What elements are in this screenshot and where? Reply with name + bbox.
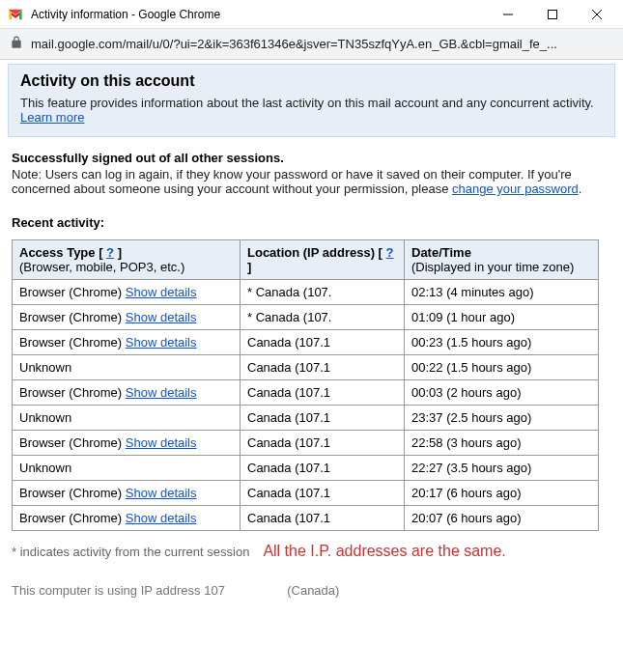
col-datetime-subheader: (Displayed in your time zone) [411,260,574,274]
datetime-cell: 02:13 (4 minutes ago) [405,280,599,305]
access-type-cell: Unknown [13,406,241,431]
access-help-link[interactable]: ? [106,245,114,260]
datetime-cell: 20:17 (6 hours ago) [405,481,599,506]
location-cell: Canada (107.1 [241,380,405,406]
access-type-cell: Browser (Chrome) Show details [13,305,241,330]
table-row: Browser (Chrome) Show details* Canada (1… [13,280,599,305]
show-details-link[interactable]: Show details [126,285,197,299]
table-row: Browser (Chrome) Show detailsCanada (107… [13,380,599,406]
access-type-cell: Browser (Chrome) Show details [13,280,241,305]
address-url[interactable]: mail.google.com/mail/u/0/?ui=2&ik=363f61… [31,37,557,51]
show-details-link[interactable]: Show details [126,511,197,525]
table-row: Browser (Chrome) Show detailsCanada (107… [13,481,599,506]
learn-more-link[interactable]: Learn more [20,110,84,125]
table-row: Browser (Chrome) Show detailsCanada (107… [13,506,599,531]
change-password-link[interactable]: change your password [452,182,579,196]
location-cell: Canada (107.1 [241,406,405,431]
table-row: Browser (Chrome) Show detailsCanada (107… [13,330,599,355]
access-type-cell: Browser (Chrome) Show details [13,506,241,531]
show-details-link[interactable]: Show details [126,310,197,324]
col-access-header: Access Type [19,245,96,260]
location-cell: Canada (107.1 [241,481,405,506]
access-type-text: Unknown [19,410,71,425]
access-type-cell: Unknown [13,456,241,481]
access-type-text: Browser (Chrome) [19,285,126,299]
access-type-text: Browser (Chrome) [19,385,126,400]
svg-rect-1 [549,10,557,18]
location-cell: Canada (107.1 [241,506,405,531]
show-details-link[interactable]: Show details [126,335,197,350]
header-description: This feature provides information about … [20,96,594,110]
table-row: Unknown Canada (107.100:22 (1.5 hours ag… [13,355,599,380]
location-help-link[interactable]: ? [386,245,394,260]
access-type-text: Browser (Chrome) [19,486,126,500]
activity-table: Access Type [ ? ] (Browser, mobile, POP3… [12,239,599,531]
user-annotation: All the I.P. addresses are the same. [263,543,505,560]
show-details-link[interactable]: Show details [126,486,197,500]
maximize-button[interactable] [538,4,567,25]
ip-line-suffix: (Canada) [287,583,339,598]
page-title: Activity on this account [20,72,603,90]
gmail-icon [8,7,23,22]
table-row: Unknown Canada (107.123:37 (2.5 hours ag… [13,406,599,431]
show-details-link[interactable]: Show details [126,385,197,400]
access-type-cell: Browser (Chrome) Show details [13,330,241,355]
datetime-cell: 23:37 (2.5 hours ago) [405,406,599,431]
ip-redacted: .xxx.xxx [229,583,273,598]
col-access-subheader: (Browser, mobile, POP3, etc.) [19,260,184,274]
window-title: Activity information - Google Chrome [31,8,494,21]
datetime-cell: 00:23 (1.5 hours ago) [405,330,599,355]
table-row: Browser (Chrome) Show detailsCanada (107… [13,431,599,456]
datetime-cell: 22:58 (3 hours ago) [405,431,599,456]
access-type-text: Unknown [19,360,71,375]
access-type-text: Browser (Chrome) [19,511,126,525]
access-type-cell: Browser (Chrome) Show details [13,380,241,406]
col-location-header: Location (IP address) [247,245,375,260]
location-cell: Canada (107.1 [241,431,405,456]
col-datetime-header: Date/Time [411,245,471,260]
datetime-cell: 22:27 (3.5 hours ago) [405,456,599,481]
access-type-cell: Browser (Chrome) Show details [13,431,241,456]
https-lock-icon [10,36,23,52]
access-type-text: Browser (Chrome) [19,310,126,324]
location-cell: * Canada (107. [241,280,405,305]
minimize-button[interactable] [494,4,523,25]
access-type-cell: Unknown [13,355,241,380]
location-cell: Canada (107.1 [241,355,405,380]
access-type-text: Browser (Chrome) [19,435,126,450]
signout-note-suffix: . [579,182,582,196]
close-button[interactable] [582,4,611,25]
session-footnote: * indicates activity from the current se… [12,545,249,559]
location-cell: Canada (107.1 [241,330,405,355]
ip-line-prefix: This computer is using IP address 107 [12,583,225,598]
location-cell: Canada (107.1 [241,456,405,481]
signout-title: Successfully signed out of all other ses… [12,151,611,165]
access-type-text: Unknown [19,461,71,475]
location-cell: * Canada (107. [241,305,405,330]
table-row: Browser (Chrome) Show details* Canada (1… [13,305,599,330]
table-row: Unknown Canada (107.122:27 (3.5 hours ag… [13,456,599,481]
datetime-cell: 00:22 (1.5 hours ago) [405,355,599,380]
access-type-text: Browser (Chrome) [19,335,126,350]
access-type-cell: Browser (Chrome) Show details [13,481,241,506]
datetime-cell: 20:07 (6 hours ago) [405,506,599,531]
recent-activity-title: Recent activity: [12,215,611,230]
show-details-link[interactable]: Show details [126,435,197,450]
datetime-cell: 00:03 (2 hours ago) [405,380,599,406]
datetime-cell: 01:09 (1 hour ago) [405,305,599,330]
